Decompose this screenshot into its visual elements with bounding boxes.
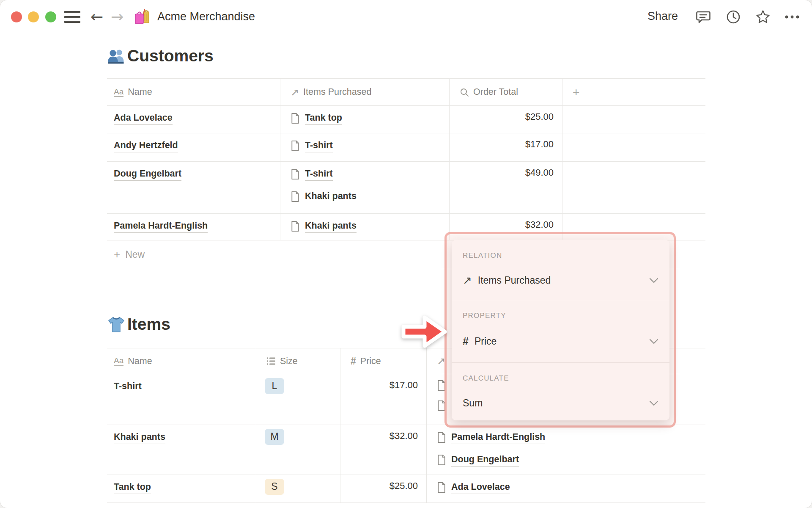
column-header-name[interactable]: Aa Name (107, 79, 280, 105)
customer-page-link[interactable]: Pamela Hardt-English (114, 219, 208, 233)
table-row[interactable]: Khaki pants M $32.00 Pamela Hardt-Englis… (107, 425, 705, 475)
close-window-button[interactable] (11, 11, 22, 22)
page-icon (437, 432, 446, 443)
history-icon[interactable] (726, 9, 741, 25)
item-page-link[interactable]: T-shirt (291, 167, 441, 181)
item-page-link[interactable]: Khaki pants (291, 190, 441, 203)
people-icon (107, 47, 126, 65)
size-badge[interactable]: M (265, 429, 284, 445)
item-page-link[interactable]: T-shirt (114, 380, 142, 393)
rollup-property-icon (460, 88, 469, 97)
order-total-cell[interactable]: $25.00 (450, 106, 562, 133)
relation-section-label: RELATION (463, 251, 502, 260)
price-cell[interactable]: $25.00 (340, 475, 427, 502)
chevron-down-icon (649, 400, 658, 406)
empty-cell[interactable] (562, 162, 705, 213)
item-link-text: Tank top (305, 111, 342, 125)
column-label: Size (280, 356, 298, 367)
page-icon (291, 113, 300, 124)
calculate-section-label: CALCULATE (463, 374, 509, 383)
customer-page-link[interactable]: Andy Hertzfeld (114, 139, 178, 152)
item-page-link[interactable]: Khaki pants (114, 431, 165, 444)
order-total-cell[interactable]: $49.00 (450, 162, 562, 213)
column-header-order-total[interactable]: Order Total (450, 79, 562, 105)
item-link-text: Khaki pants (305, 219, 357, 233)
chevron-down-icon (649, 278, 658, 283)
shopping-bags-icon (134, 8, 151, 28)
zoom-window-button[interactable] (45, 11, 56, 22)
minimize-window-button[interactable] (28, 11, 39, 22)
property-select[interactable]: # Price (463, 332, 658, 351)
annotation-arrow-icon (399, 312, 449, 354)
relation-property-icon: ↗ (291, 86, 299, 98)
column-header-name[interactable]: Aa Name (107, 348, 256, 374)
table-row[interactable]: Tank top S $25.00 Ada Lovelace (107, 475, 705, 503)
page-icon (437, 482, 446, 493)
column-label: Price (360, 356, 381, 367)
customer-page-link[interactable]: Ada Lovelace (114, 111, 173, 125)
number-property-icon: # (351, 356, 356, 367)
column-header-items-purchased[interactable]: ↗ Items Purchased (280, 79, 450, 105)
item-page-link[interactable]: Tank top (114, 480, 151, 494)
customer-page-link[interactable]: Doug Engelbart (114, 167, 181, 181)
column-label: Name (128, 87, 152, 97)
text-property-icon: Aa (114, 88, 123, 97)
table-row[interactable]: Doug Engelbart T-shirt Khaki pants $49.0… (107, 162, 705, 214)
chevron-down-icon (649, 339, 658, 344)
column-header-size[interactable]: Size (256, 348, 340, 374)
table-row[interactable]: Ada Lovelace Tank top $25.00 (107, 106, 705, 133)
table-row[interactable]: Andy Hertzfeld T-shirt $17.00 (107, 133, 705, 162)
customer-page-link[interactable]: Ada Lovelace (437, 480, 697, 494)
item-page-link[interactable]: T-shirt (291, 139, 441, 152)
relation-select[interactable]: ↗ Items Purchased (463, 271, 658, 290)
app-window: ← → Acme Merchandise Share (0, 0, 812, 508)
add-column-icon: + (573, 86, 579, 99)
customer-link-text: Doug Engelbart (451, 453, 519, 467)
relation-property-icon: ↗ (463, 274, 472, 287)
divider (452, 300, 669, 300)
comments-icon[interactable] (696, 9, 711, 25)
tshirt-icon (107, 315, 126, 334)
item-link-text: T-shirt (305, 139, 333, 152)
order-total-cell[interactable]: $17.00 (450, 133, 562, 161)
property-section-label: PROPERTY (463, 312, 506, 320)
text-property-icon: Aa (114, 356, 123, 366)
size-badge[interactable]: L (265, 378, 284, 394)
number-property-icon: # (463, 335, 469, 348)
plus-icon: + (114, 248, 120, 261)
price-cell[interactable]: $17.00 (340, 374, 427, 425)
column-label: Name (128, 356, 152, 367)
nav-forward-icon: → (111, 8, 123, 26)
share-button[interactable]: Share (647, 10, 678, 23)
item-page-link[interactable]: Tank top (291, 111, 441, 125)
new-row-label: New (125, 249, 145, 260)
items-section-title: Items (107, 315, 170, 334)
calculate-select[interactable]: Sum (463, 394, 658, 412)
calculate-value: Sum (463, 398, 483, 409)
column-label: Order Total (473, 87, 518, 97)
size-badge[interactable]: S (265, 479, 284, 495)
customer-page-link[interactable]: Pamela Hardt-English (437, 431, 697, 444)
customer-link-text: Pamela Hardt-English (451, 431, 545, 444)
empty-cell[interactable] (562, 106, 705, 133)
nav-back-icon[interactable]: ← (91, 8, 103, 26)
favorite-star-icon[interactable] (755, 9, 771, 25)
price-cell[interactable]: $32.00 (340, 425, 427, 475)
column-label: Items Purchased (303, 87, 371, 97)
item-link-text: Khaki pants (305, 190, 357, 203)
page-icon (291, 168, 300, 180)
customers-section-title: Customers (107, 47, 214, 65)
add-column-button[interactable]: + (562, 79, 705, 105)
page-icon (437, 454, 446, 466)
relation-value: Items Purchased (478, 275, 551, 286)
page-icon (291, 191, 300, 202)
customer-page-link[interactable]: Doug Engelbart (437, 453, 697, 467)
customer-link-text: Ada Lovelace (451, 480, 510, 494)
more-options-icon[interactable] (783, 9, 798, 25)
item-page-link[interactable]: Khaki pants (291, 219, 441, 233)
sidebar-menu-icon[interactable] (64, 11, 80, 23)
rollup-config-popup: RELATION ↗ Items Purchased PROPERTY # Pr… (452, 240, 669, 420)
items-title-text: Items (127, 315, 170, 334)
select-property-icon (266, 357, 276, 365)
empty-cell[interactable] (562, 133, 705, 161)
